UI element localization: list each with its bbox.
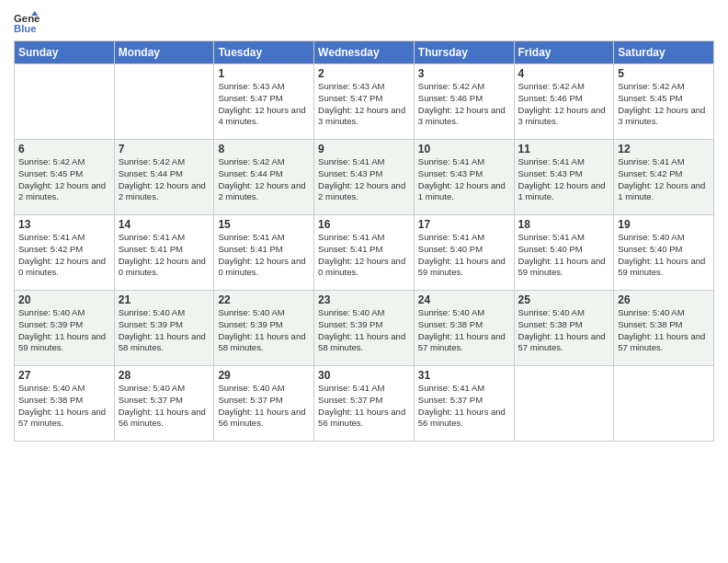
day-number: 21	[119, 293, 210, 306]
calendar-week-row: 20Sunrise: 5:40 AM Sunset: 5:39 PM Dayli…	[15, 291, 714, 366]
calendar-cell: 7Sunrise: 5:42 AM Sunset: 5:44 PM Daylig…	[114, 140, 214, 215]
weekday-header-thursday: Thursday	[414, 41, 514, 64]
day-number: 23	[318, 293, 410, 306]
calendar-cell: 31Sunrise: 5:41 AM Sunset: 5:37 PM Dayli…	[414, 366, 514, 442]
day-info: Sunrise: 5:41 AM Sunset: 5:43 PM Dayligh…	[418, 156, 510, 203]
weekday-header-tuesday: Tuesday	[214, 41, 314, 64]
day-info: Sunrise: 5:42 AM Sunset: 5:45 PM Dayligh…	[618, 81, 710, 128]
calendar-cell: 28Sunrise: 5:40 AM Sunset: 5:37 PM Dayli…	[114, 366, 214, 442]
svg-text:Blue: Blue	[14, 23, 37, 34]
day-info: Sunrise: 5:40 AM Sunset: 5:38 PM Dayligh…	[18, 383, 110, 430]
calendar-cell: 12Sunrise: 5:41 AM Sunset: 5:42 PM Dayli…	[614, 140, 714, 215]
day-number: 22	[218, 293, 310, 306]
day-number: 11	[518, 143, 610, 155]
day-info: Sunrise: 5:42 AM Sunset: 5:45 PM Dayligh…	[18, 156, 110, 203]
calendar-cell	[15, 64, 115, 140]
calendar-cell: 14Sunrise: 5:41 AM Sunset: 5:41 PM Dayli…	[114, 215, 214, 291]
day-number: 12	[618, 143, 710, 155]
day-number: 3	[418, 67, 510, 80]
calendar-cell: 3Sunrise: 5:42 AM Sunset: 5:46 PM Daylig…	[414, 64, 514, 140]
page-header: General Blue	[14, 9, 714, 35]
day-info: Sunrise: 5:41 AM Sunset: 5:41 PM Dayligh…	[119, 232, 210, 279]
calendar-table: SundayMondayTuesdayWednesdayThursdayFrid…	[14, 40, 714, 442]
day-number: 26	[618, 293, 710, 306]
day-number: 8	[218, 143, 310, 155]
day-info: Sunrise: 5:41 AM Sunset: 5:42 PM Dayligh…	[18, 232, 110, 279]
weekday-header-friday: Friday	[514, 41, 614, 64]
calendar-cell: 2Sunrise: 5:43 AM Sunset: 5:47 PM Daylig…	[314, 64, 415, 140]
calendar-cell: 22Sunrise: 5:40 AM Sunset: 5:39 PM Dayli…	[214, 291, 314, 366]
calendar-cell: 19Sunrise: 5:40 AM Sunset: 5:40 PM Dayli…	[614, 215, 714, 291]
calendar-cell: 18Sunrise: 5:41 AM Sunset: 5:40 PM Dayli…	[514, 215, 614, 291]
day-info: Sunrise: 5:40 AM Sunset: 5:40 PM Dayligh…	[618, 232, 710, 279]
calendar-cell	[514, 366, 614, 442]
day-number: 20	[18, 293, 110, 306]
weekday-header-sunday: Sunday	[15, 41, 115, 64]
day-info: Sunrise: 5:40 AM Sunset: 5:38 PM Dayligh…	[418, 307, 510, 354]
weekday-header-wednesday: Wednesday	[314, 41, 415, 64]
day-number: 2	[318, 67, 410, 80]
day-info: Sunrise: 5:41 AM Sunset: 5:37 PM Dayligh…	[318, 383, 410, 430]
day-info: Sunrise: 5:41 AM Sunset: 5:40 PM Dayligh…	[418, 232, 510, 279]
day-number: 31	[418, 369, 510, 382]
logo-icon: General Blue	[14, 9, 40, 35]
day-info: Sunrise: 5:41 AM Sunset: 5:37 PM Dayligh…	[418, 383, 510, 430]
calendar-cell: 26Sunrise: 5:40 AM Sunset: 5:38 PM Dayli…	[614, 291, 714, 366]
calendar-cell: 5Sunrise: 5:42 AM Sunset: 5:45 PM Daylig…	[614, 64, 714, 140]
calendar-cell: 21Sunrise: 5:40 AM Sunset: 5:39 PM Dayli…	[114, 291, 214, 366]
day-info: Sunrise: 5:41 AM Sunset: 5:42 PM Dayligh…	[618, 156, 710, 203]
calendar-cell: 13Sunrise: 5:41 AM Sunset: 5:42 PM Dayli…	[15, 215, 115, 291]
day-info: Sunrise: 5:43 AM Sunset: 5:47 PM Dayligh…	[218, 81, 310, 128]
day-number: 10	[418, 143, 510, 155]
calendar-cell: 17Sunrise: 5:41 AM Sunset: 5:40 PM Dayli…	[414, 215, 514, 291]
calendar-cell: 15Sunrise: 5:41 AM Sunset: 5:41 PM Dayli…	[214, 215, 314, 291]
calendar-cell: 25Sunrise: 5:40 AM Sunset: 5:38 PM Dayli…	[514, 291, 614, 366]
day-number: 5	[618, 67, 710, 80]
calendar-cell: 11Sunrise: 5:41 AM Sunset: 5:43 PM Dayli…	[514, 140, 614, 215]
day-number: 18	[518, 218, 610, 231]
day-number: 14	[119, 218, 210, 231]
calendar-cell: 8Sunrise: 5:42 AM Sunset: 5:44 PM Daylig…	[214, 140, 314, 215]
day-number: 30	[318, 369, 410, 382]
calendar-cell	[114, 64, 214, 140]
calendar-cell: 23Sunrise: 5:40 AM Sunset: 5:39 PM Dayli…	[314, 291, 415, 366]
calendar-cell: 30Sunrise: 5:41 AM Sunset: 5:37 PM Dayli…	[314, 366, 415, 442]
day-info: Sunrise: 5:42 AM Sunset: 5:44 PM Dayligh…	[119, 156, 210, 203]
day-number: 6	[18, 143, 110, 155]
logo: General Blue	[14, 9, 98, 35]
day-number: 13	[18, 218, 110, 231]
day-info: Sunrise: 5:41 AM Sunset: 5:43 PM Dayligh…	[318, 156, 410, 203]
calendar-cell: 24Sunrise: 5:40 AM Sunset: 5:38 PM Dayli…	[414, 291, 514, 366]
day-info: Sunrise: 5:41 AM Sunset: 5:43 PM Dayligh…	[518, 156, 610, 203]
day-info: Sunrise: 5:42 AM Sunset: 5:46 PM Dayligh…	[518, 81, 610, 128]
day-number: 9	[318, 143, 410, 155]
day-info: Sunrise: 5:40 AM Sunset: 5:37 PM Dayligh…	[119, 383, 210, 430]
weekday-header-row: SundayMondayTuesdayWednesdayThursdayFrid…	[15, 41, 714, 64]
weekday-header-monday: Monday	[114, 41, 214, 64]
day-number: 17	[418, 218, 510, 231]
day-info: Sunrise: 5:40 AM Sunset: 5:38 PM Dayligh…	[518, 307, 610, 354]
calendar-cell: 20Sunrise: 5:40 AM Sunset: 5:39 PM Dayli…	[15, 291, 115, 366]
calendar-cell: 27Sunrise: 5:40 AM Sunset: 5:38 PM Dayli…	[15, 366, 115, 442]
calendar-cell: 16Sunrise: 5:41 AM Sunset: 5:41 PM Dayli…	[314, 215, 415, 291]
day-info: Sunrise: 5:40 AM Sunset: 5:38 PM Dayligh…	[618, 307, 710, 354]
calendar-cell: 29Sunrise: 5:40 AM Sunset: 5:37 PM Dayli…	[214, 366, 314, 442]
day-info: Sunrise: 5:42 AM Sunset: 5:44 PM Dayligh…	[218, 156, 310, 203]
weekday-header-saturday: Saturday	[614, 41, 714, 64]
calendar-week-row: 1Sunrise: 5:43 AM Sunset: 5:47 PM Daylig…	[15, 64, 714, 140]
day-info: Sunrise: 5:40 AM Sunset: 5:39 PM Dayligh…	[18, 307, 110, 354]
day-number: 16	[318, 218, 410, 231]
day-number: 7	[119, 143, 210, 155]
day-number: 19	[618, 218, 710, 231]
day-number: 28	[119, 369, 210, 382]
day-number: 1	[218, 67, 310, 80]
day-info: Sunrise: 5:40 AM Sunset: 5:39 PM Dayligh…	[318, 307, 410, 354]
day-number: 4	[518, 67, 610, 80]
calendar-cell: 9Sunrise: 5:41 AM Sunset: 5:43 PM Daylig…	[314, 140, 415, 215]
day-number: 25	[518, 293, 610, 306]
day-number: 29	[218, 369, 310, 382]
day-number: 27	[18, 369, 110, 382]
day-info: Sunrise: 5:41 AM Sunset: 5:40 PM Dayligh…	[518, 232, 610, 279]
day-info: Sunrise: 5:41 AM Sunset: 5:41 PM Dayligh…	[218, 232, 310, 279]
day-info: Sunrise: 5:40 AM Sunset: 5:39 PM Dayligh…	[218, 307, 310, 354]
